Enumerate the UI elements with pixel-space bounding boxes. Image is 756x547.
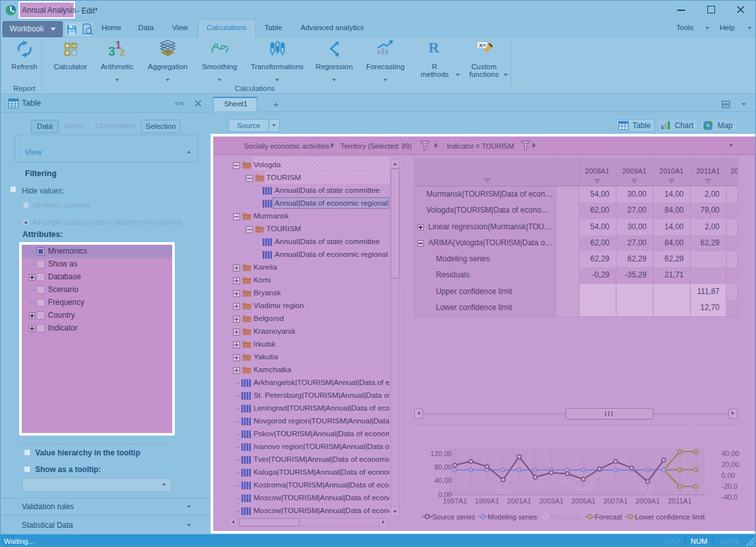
svg-text:X=: X=	[479, 42, 486, 49]
